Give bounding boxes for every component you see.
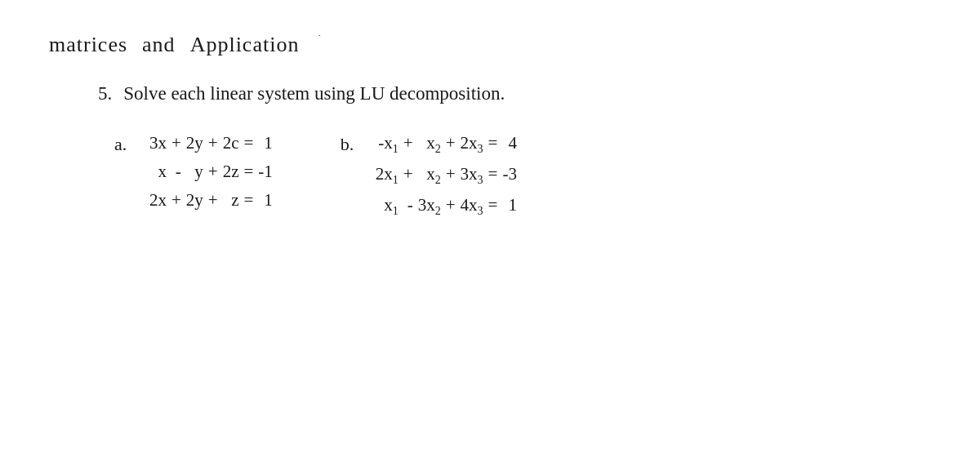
eq-a2-coef1: x [147,158,169,186]
table-row: x1 - 3x2 + 4x3 = 1 [373,191,519,222]
eq-b3-var2: 4x3 [458,191,486,222]
eq-b1-op1: + [401,129,416,160]
eq-a1-var2: 2c [220,129,242,158]
part-b-block: b. -x1 + x2 + 2x3 = 4 [341,129,519,223]
eq-a1-equals: = [242,129,256,158]
decorative-dot: · [318,31,321,40]
part-a-block: a. 3x + 2y + 2c = 1 [114,129,275,215]
eq-a2-var1: y [184,158,206,186]
eq-a2-op2: + [206,158,220,186]
problem-section: 5. Solve each linear system using LU dec… [98,83,931,223]
eq-a1-var1: 2y [184,129,206,158]
eq-a1-op1: + [169,129,184,158]
part-b-label: b. [341,129,365,155]
eq-b2-coef1: 2x1 [373,160,401,191]
eq-a2-equals: = [242,158,256,186]
parts-wrapper: a. 3x + 2y + 2c = 1 [114,129,931,223]
eq-b3-op2: + [443,191,458,222]
eq-b3-var1: 3x2 [416,191,443,222]
title-and: and [142,33,176,57]
table-row: -x1 + x2 + 2x3 = 4 [373,129,519,160]
part-b-equations: -x1 + x2 + 2x3 = 4 2x1 + x2 [373,129,519,223]
eq-b2-op1: + [401,160,416,191]
eq-b2-var1: x2 [416,160,443,191]
eq-a3-equals: = [242,186,256,215]
eq-b1-rhs: 4 [500,129,519,160]
table-row: 2x + 2y + z = 1 [147,186,275,215]
part-a-label: a. [114,129,139,155]
eq-a2-rhs: -1 [256,158,275,186]
eq-a3-op1: + [169,186,184,215]
eq-a3-op2: + [206,186,220,215]
eq-b1-var1: x2 [416,129,443,160]
eq-b3-equals: = [486,191,501,222]
eq-b2-equals: = [486,160,501,191]
problem-instruction: Solve each linear system using LU decomp… [123,83,505,104]
eq-b1-coef1: -x1 [373,129,401,160]
eq-b2-op2: + [443,160,458,191]
title-row: matrices and Application [49,33,931,57]
title-part2: Application [190,33,300,57]
eq-a3-var1: 2y [184,186,206,215]
eq-b3-op1: - [401,191,416,222]
eq-b3-coef1: x1 [373,191,401,222]
eq-a1-op2: + [206,129,220,158]
eq-a3-var2: z [220,186,242,215]
eq-a1-coef1: 3x [147,129,169,158]
eq-b2-rhs: -3 [500,160,519,191]
title-part1: matrices [49,33,127,57]
eq-a3-coef1: 2x [147,186,169,215]
eq-a2-op1: - [169,158,184,186]
problem-header: 5. Solve each linear system using LU dec… [98,83,931,104]
table-row: 2x1 + x2 + 3x3 = -3 [373,160,519,191]
eq-a2-var2: 2z [220,158,242,186]
eq-b1-equals: = [486,129,501,160]
eq-b1-op2: + [443,129,458,160]
eq-a1-rhs: 1 [256,129,275,158]
eq-b3-rhs: 1 [500,191,519,222]
part-a-equations: 3x + 2y + 2c = 1 x - y [147,129,275,215]
eq-b1-var2: 2x3 [458,129,486,160]
table-row: x - y + 2z = -1 [147,158,275,186]
table-row: 3x + 2y + 2c = 1 [147,129,275,158]
eq-a3-rhs: 1 [256,186,275,215]
eq-b2-var2: 3x3 [458,160,486,191]
problem-number: 5. [98,83,112,104]
